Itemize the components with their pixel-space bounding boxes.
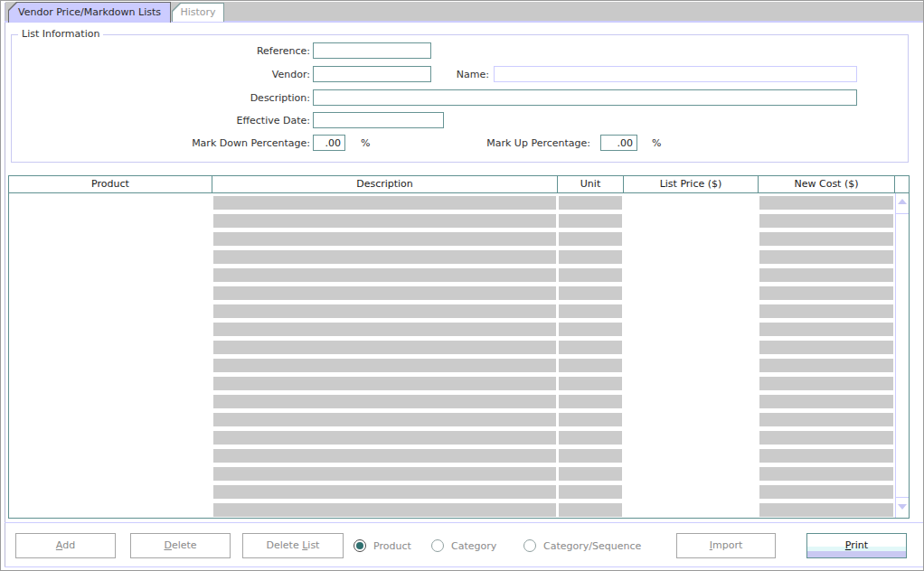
print-button[interactable]: Print <box>806 533 907 558</box>
cell-unit <box>558 377 624 395</box>
price-list-table: Product Description Unit List Price ($) … <box>8 175 910 519</box>
cell-unit <box>558 268 624 286</box>
cell-list_price <box>624 341 759 359</box>
cell-new_cost <box>759 467 895 485</box>
table-row[interactable] <box>9 286 895 304</box>
table-row[interactable] <box>9 485 895 503</box>
cell-unit <box>558 304 624 323</box>
cell-new_cost <box>759 214 895 232</box>
cell-product <box>9 268 212 286</box>
table-row[interactable] <box>9 503 895 518</box>
cell-list_price <box>624 250 759 268</box>
cell-unit <box>558 431 624 449</box>
scroll-down-icon <box>898 504 907 510</box>
column-header-unit: Unit <box>558 176 624 192</box>
table-row[interactable] <box>9 449 895 467</box>
description-input[interactable] <box>313 89 857 106</box>
scroll-up-button[interactable] <box>896 193 909 214</box>
cell-new_cost <box>759 431 895 449</box>
table-row[interactable] <box>9 413 895 431</box>
cell-list_price <box>624 214 759 232</box>
cell-description <box>212 286 558 304</box>
cell-unit <box>558 214 624 232</box>
cell-list_price <box>624 359 759 377</box>
delete-list-button[interactable]: Delete List <box>242 533 344 558</box>
cell-description <box>212 304 558 323</box>
table-body <box>9 193 895 518</box>
table-row[interactable] <box>9 196 895 214</box>
scroll-down-button[interactable] <box>896 497 909 518</box>
cell-product <box>9 304 212 323</box>
cell-new_cost <box>759 485 895 503</box>
cell-list_price <box>624 304 759 323</box>
tab-vendor-price-markdown-lists[interactable]: Vendor Price/Markdown Lists <box>8 2 171 23</box>
cell-new_cost <box>759 323 895 341</box>
radio-product[interactable]: Product <box>354 539 411 552</box>
radio-product-label: Product <box>373 540 411 552</box>
cell-new_cost <box>759 449 895 467</box>
radio-category-label: Category <box>451 540 496 552</box>
cell-new_cost <box>759 196 895 214</box>
mark-down-percentage-input[interactable] <box>313 135 345 151</box>
cell-new_cost <box>759 377 895 395</box>
cell-list_price <box>624 503 759 518</box>
column-header-product: Product <box>9 176 212 192</box>
cell-description <box>212 196 558 214</box>
cell-product <box>9 359 212 377</box>
table-row[interactable] <box>9 377 895 395</box>
table-row[interactable] <box>9 214 895 232</box>
cell-unit <box>558 449 624 467</box>
cell-new_cost <box>759 395 895 413</box>
cell-unit <box>558 395 624 413</box>
table-row[interactable] <box>9 323 895 341</box>
radio-category[interactable]: Category <box>431 539 496 552</box>
delete-button[interactable]: Delete <box>130 533 231 558</box>
vendor-price-markdown-window: Vendor Price/Markdown Lists History List… <box>0 0 924 571</box>
table-row[interactable] <box>9 232 895 250</box>
table-row[interactable] <box>9 359 895 377</box>
cell-product <box>9 214 212 232</box>
cell-product <box>9 449 212 467</box>
cell-unit <box>558 467 624 485</box>
cell-description <box>212 341 558 359</box>
vertical-scrollbar[interactable] <box>895 193 909 518</box>
cell-list_price <box>624 286 759 304</box>
cell-list_price <box>624 232 759 250</box>
table-row[interactable] <box>9 250 895 268</box>
reference-input[interactable] <box>313 42 431 59</box>
table-row[interactable] <box>9 395 895 413</box>
cell-list_price <box>624 413 759 431</box>
cell-description <box>212 395 558 413</box>
description-label: Description: <box>129 92 310 105</box>
radio-product-icon <box>354 539 366 552</box>
cell-new_cost <box>759 268 895 286</box>
tab-history[interactable]: History <box>172 3 224 22</box>
cell-product <box>9 250 212 268</box>
cell-unit <box>558 196 624 214</box>
cell-description <box>212 503 558 518</box>
add-button[interactable]: Add <box>15 533 116 558</box>
cell-description <box>212 377 558 395</box>
table-row[interactable] <box>9 268 895 286</box>
table-row[interactable] <box>9 304 895 323</box>
import-button[interactable]: Import <box>676 533 776 558</box>
cell-product <box>9 395 212 413</box>
radio-category-sequence[interactable]: Category/Sequence <box>523 539 641 552</box>
cell-product <box>9 377 212 395</box>
cell-unit <box>558 250 624 268</box>
cell-unit <box>558 341 624 359</box>
cell-product <box>9 485 212 503</box>
cell-description <box>212 359 558 377</box>
cell-list_price <box>624 395 759 413</box>
table-row[interactable] <box>9 341 895 359</box>
effective-date-input[interactable] <box>313 112 444 128</box>
cell-list_price <box>624 268 759 286</box>
name-input[interactable] <box>494 66 857 82</box>
cell-unit <box>558 323 624 341</box>
table-row[interactable] <box>9 467 895 485</box>
mark-up-percentage-input[interactable] <box>600 135 637 151</box>
cell-product <box>9 232 212 250</box>
cell-description <box>212 413 558 431</box>
table-row[interactable] <box>9 431 895 449</box>
cell-product <box>9 467 212 485</box>
